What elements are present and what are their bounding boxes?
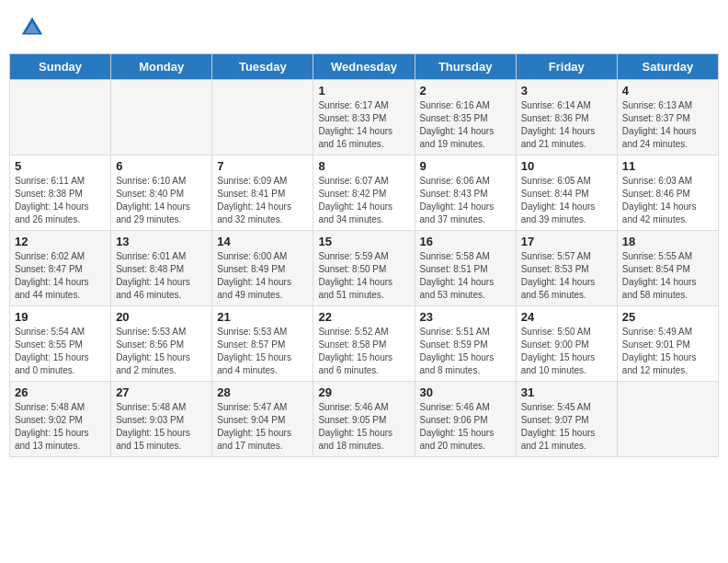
calendar-cell: [10, 80, 111, 155]
day-of-week-header: Thursday: [415, 54, 516, 80]
calendar-cell: 15Sunrise: 5:59 AM Sunset: 8:50 PM Dayli…: [313, 231, 415, 306]
day-number: 13: [116, 235, 207, 248]
day-info: Sunrise: 5:46 AM Sunset: 9:05 PM Dayligh…: [318, 401, 409, 453]
calendar-cell: 11Sunrise: 6:03 AM Sunset: 8:46 PM Dayli…: [617, 155, 718, 231]
day-number: 14: [217, 235, 308, 248]
calendar-cell: 22Sunrise: 5:52 AM Sunset: 8:58 PM Dayli…: [313, 306, 415, 382]
calendar-cell: 1Sunrise: 6:17 AM Sunset: 8:33 PM Daylig…: [313, 80, 415, 155]
day-info: Sunrise: 5:50 AM Sunset: 9:00 PM Dayligh…: [521, 326, 612, 377]
day-number: 22: [318, 310, 409, 324]
day-number: 29: [318, 385, 409, 399]
day-number: 23: [420, 310, 511, 324]
day-info: Sunrise: 5:59 AM Sunset: 8:50 PM Dayligh…: [318, 250, 409, 302]
calendar-cell: 14Sunrise: 6:00 AM Sunset: 8:49 PM Dayli…: [212, 231, 313, 306]
day-info: Sunrise: 5:49 AM Sunset: 9:01 PM Dayligh…: [622, 326, 713, 377]
calendar-cell: 9Sunrise: 6:06 AM Sunset: 8:43 PM Daylig…: [415, 155, 516, 231]
day-number: 28: [217, 385, 308, 399]
day-info: Sunrise: 5:48 AM Sunset: 9:02 PM Dayligh…: [15, 401, 106, 453]
day-info: Sunrise: 5:53 AM Sunset: 8:56 PM Dayligh…: [116, 326, 207, 377]
calendar-week-row: 26Sunrise: 5:48 AM Sunset: 9:02 PM Dayli…: [10, 382, 719, 457]
day-info: Sunrise: 5:57 AM Sunset: 8:53 PM Dayligh…: [521, 250, 612, 302]
day-number: 19: [15, 310, 106, 324]
day-number: 11: [622, 159, 713, 173]
day-of-week-header: Tuesday: [212, 54, 313, 80]
calendar-cell: 3Sunrise: 6:14 AM Sunset: 8:36 PM Daylig…: [516, 80, 617, 155]
page-header: [9, 9, 719, 46]
calendar-cell: [617, 382, 718, 457]
calendar-cell: 8Sunrise: 6:07 AM Sunset: 8:42 PM Daylig…: [313, 155, 415, 231]
day-number: 10: [521, 159, 612, 173]
calendar-week-row: 12Sunrise: 6:02 AM Sunset: 8:47 PM Dayli…: [10, 231, 719, 306]
calendar-cell: 20Sunrise: 5:53 AM Sunset: 8:56 PM Dayli…: [111, 306, 212, 382]
day-info: Sunrise: 5:53 AM Sunset: 8:57 PM Dayligh…: [217, 326, 308, 377]
day-number: 20: [116, 310, 207, 324]
day-number: 17: [521, 235, 612, 248]
day-info: Sunrise: 6:16 AM Sunset: 8:35 PM Dayligh…: [420, 99, 511, 151]
day-number: 6: [116, 159, 207, 173]
day-number: 3: [521, 84, 612, 98]
calendar-cell: 31Sunrise: 5:45 AM Sunset: 9:07 PM Dayli…: [516, 382, 617, 457]
day-of-week-header: Saturday: [617, 54, 718, 80]
calendar-cell: 4Sunrise: 6:13 AM Sunset: 8:37 PM Daylig…: [617, 80, 718, 155]
day-number: 8: [318, 159, 409, 173]
calendar-cell: 25Sunrise: 5:49 AM Sunset: 9:01 PM Dayli…: [617, 306, 718, 382]
day-of-week-header: Monday: [111, 54, 212, 80]
day-number: 26: [15, 385, 106, 399]
day-number: 9: [420, 159, 511, 173]
calendar-cell: 16Sunrise: 5:58 AM Sunset: 8:51 PM Dayli…: [415, 231, 516, 306]
day-number: 2: [420, 84, 511, 98]
day-of-week-header: Friday: [516, 54, 617, 80]
day-number: 21: [217, 310, 308, 324]
calendar-cell: [111, 80, 212, 155]
calendar-table: SundayMondayTuesdayWednesdayThursdayFrid…: [9, 53, 719, 457]
calendar-cell: 23Sunrise: 5:51 AM Sunset: 8:59 PM Dayli…: [415, 306, 516, 382]
calendar-cell: 2Sunrise: 6:16 AM Sunset: 8:35 PM Daylig…: [415, 80, 516, 155]
day-of-week-header: Sunday: [10, 54, 111, 80]
calendar-week-row: 5Sunrise: 6:11 AM Sunset: 8:38 PM Daylig…: [10, 155, 719, 231]
day-info: Sunrise: 5:48 AM Sunset: 9:03 PM Dayligh…: [116, 401, 207, 453]
calendar-cell: 29Sunrise: 5:46 AM Sunset: 9:05 PM Dayli…: [313, 382, 415, 457]
day-number: 30: [420, 385, 511, 399]
day-info: Sunrise: 6:11 AM Sunset: 8:38 PM Dayligh…: [15, 175, 106, 226]
day-number: 16: [420, 235, 511, 248]
day-info: Sunrise: 5:52 AM Sunset: 8:58 PM Dayligh…: [318, 326, 409, 377]
day-info: Sunrise: 5:55 AM Sunset: 8:54 PM Dayligh…: [622, 250, 713, 302]
day-number: 31: [521, 385, 612, 399]
day-number: 25: [622, 310, 713, 324]
calendar-cell: 21Sunrise: 5:53 AM Sunset: 8:57 PM Dayli…: [212, 306, 313, 382]
day-number: 5: [15, 159, 106, 173]
day-number: 24: [521, 310, 612, 324]
day-number: 18: [622, 235, 713, 248]
calendar-cell: 19Sunrise: 5:54 AM Sunset: 8:55 PM Dayli…: [10, 306, 111, 382]
day-info: Sunrise: 6:13 AM Sunset: 8:37 PM Dayligh…: [622, 99, 713, 151]
calendar-cell: 10Sunrise: 6:05 AM Sunset: 8:44 PM Dayli…: [516, 155, 617, 231]
logo-icon: [18, 14, 46, 41]
day-info: Sunrise: 5:46 AM Sunset: 9:06 PM Dayligh…: [420, 401, 511, 453]
day-info: Sunrise: 6:00 AM Sunset: 8:49 PM Dayligh…: [217, 250, 308, 302]
day-info: Sunrise: 5:45 AM Sunset: 9:07 PM Dayligh…: [521, 401, 612, 453]
day-number: 27: [116, 385, 207, 399]
day-info: Sunrise: 5:58 AM Sunset: 8:51 PM Dayligh…: [420, 250, 511, 302]
day-info: Sunrise: 5:54 AM Sunset: 8:55 PM Dayligh…: [15, 326, 106, 377]
calendar-week-row: 1Sunrise: 6:17 AM Sunset: 8:33 PM Daylig…: [10, 80, 719, 155]
day-number: 1: [318, 84, 409, 98]
calendar-cell: 28Sunrise: 5:47 AM Sunset: 9:04 PM Dayli…: [212, 382, 313, 457]
calendar-cell: 24Sunrise: 5:50 AM Sunset: 9:00 PM Dayli…: [516, 306, 617, 382]
day-info: Sunrise: 5:47 AM Sunset: 9:04 PM Dayligh…: [217, 401, 308, 453]
day-number: 4: [622, 84, 713, 98]
calendar-week-row: 19Sunrise: 5:54 AM Sunset: 8:55 PM Dayli…: [10, 306, 719, 382]
day-number: 15: [318, 235, 409, 248]
calendar-cell: 5Sunrise: 6:11 AM Sunset: 8:38 PM Daylig…: [10, 155, 111, 231]
logo: [18, 14, 50, 41]
day-info: Sunrise: 6:09 AM Sunset: 8:41 PM Dayligh…: [217, 175, 308, 226]
calendar-cell: 7Sunrise: 6:09 AM Sunset: 8:41 PM Daylig…: [212, 155, 313, 231]
day-info: Sunrise: 5:51 AM Sunset: 8:59 PM Dayligh…: [420, 326, 511, 377]
day-info: Sunrise: 6:05 AM Sunset: 8:44 PM Dayligh…: [521, 175, 612, 226]
calendar-cell: 18Sunrise: 5:55 AM Sunset: 8:54 PM Dayli…: [617, 231, 718, 306]
day-info: Sunrise: 6:02 AM Sunset: 8:47 PM Dayligh…: [15, 250, 106, 302]
calendar-cell: 13Sunrise: 6:01 AM Sunset: 8:48 PM Dayli…: [111, 231, 212, 306]
day-info: Sunrise: 6:10 AM Sunset: 8:40 PM Dayligh…: [116, 175, 207, 226]
calendar-cell: 26Sunrise: 5:48 AM Sunset: 9:02 PM Dayli…: [10, 382, 111, 457]
day-info: Sunrise: 6:07 AM Sunset: 8:42 PM Dayligh…: [318, 175, 409, 226]
day-info: Sunrise: 6:03 AM Sunset: 8:46 PM Dayligh…: [622, 175, 713, 226]
